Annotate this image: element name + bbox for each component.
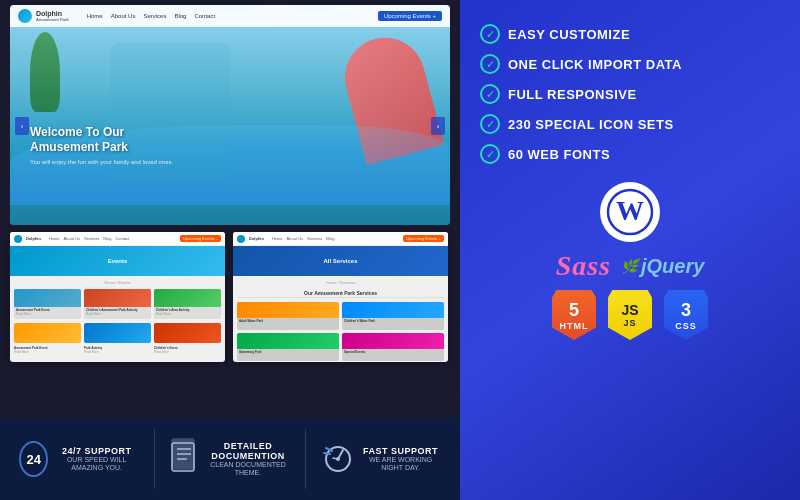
- wordpress-svg-icon: W: [604, 186, 656, 238]
- html-js-css-row: 5 HTML JS JS 3 CSS: [480, 290, 780, 340]
- services-section-title: Our Amusement Park Services: [237, 287, 444, 298]
- service-img-3: [237, 333, 339, 349]
- documentation-text: DETAILED DOCUMENTION CLEAN DOCUMENTED TH…: [206, 441, 290, 478]
- right-panel: ✓ EASY CUSTOMIZE ✓ ONE CLICK IMPORT DATA…: [460, 0, 800, 500]
- check-icon-2: ✓: [480, 54, 500, 74]
- service-card-4: Special Events: [342, 333, 444, 361]
- hero-image: Welcome To OurAmusement Park You will en…: [10, 27, 450, 225]
- feature-row-4: ✓ 230 SPECIAL ICON SETS: [480, 110, 780, 138]
- wordpress-logo: W: [600, 182, 660, 242]
- documentation-title: DETAILED DOCUMENTION: [206, 441, 290, 461]
- support-247-desc: OUR SPEED WILL AMAZING YOU.: [54, 456, 140, 473]
- check-icon-4: ✓: [480, 114, 500, 134]
- documentation-item: DETAILED DOCUMENTION CLEAN DOCUMENTED TH…: [170, 438, 290, 481]
- event-card-1: Amusement Park Event Read More: [14, 289, 81, 319]
- events-page-title: Events: [108, 258, 128, 264]
- services-breadcrumb: Home / Services: [237, 280, 444, 285]
- upcoming-events-button[interactable]: Upcoming Events +: [378, 11, 442, 21]
- hero-logo: Dolphin Amusement Park: [18, 9, 69, 23]
- event-label-2: Park ActivityRead More: [84, 346, 151, 354]
- events-mockup: Dolphin Home About Us Services Blog Cont…: [10, 232, 225, 362]
- events-logo-icon: [14, 235, 22, 243]
- css3-number: 3: [681, 300, 691, 321]
- tree-decoration: [30, 32, 60, 112]
- event-card-sub-2: Read More: [86, 312, 149, 316]
- services-upcoming-badge: Upcoming Events +: [403, 235, 444, 242]
- feature-row-3: ✓ FULL RESPONSIVE: [480, 80, 780, 108]
- events-content: Home / Events Amusement Park Event Read …: [10, 276, 225, 358]
- events-nav: Dolphin Home About Us Services Blog Cont…: [10, 232, 225, 246]
- css3-shield: 3 CSS: [664, 290, 708, 340]
- svg-text:W: W: [616, 195, 644, 226]
- service-title-4: Special Events: [342, 349, 444, 355]
- events-upcoming-badge: Upcoming Events +: [180, 235, 221, 242]
- feature-label-5: 60 WEB FONTS: [508, 147, 610, 162]
- events-extra-cards: [14, 323, 221, 343]
- hero-nav-links: Home About Us Services Blog Contact: [87, 13, 215, 19]
- event-card-text-1: Amusement Park Event Read More: [14, 307, 81, 319]
- tech-logos: W Sass 🌿 jQuery 5 HTML: [480, 182, 780, 340]
- feature-label-3: FULL RESPONSIVE: [508, 87, 637, 102]
- event-card-image-2: [84, 289, 151, 307]
- events-breadcrumb: Home / Events: [14, 280, 221, 285]
- css3-badge: 3 CSS: [664, 290, 708, 340]
- event-card-sub-1: Read More: [16, 312, 79, 316]
- events-nav-services: Services: [84, 236, 99, 241]
- service-img-2: [342, 302, 444, 318]
- child-mockups: Dolphin Home About Us Services Blog Cont…: [10, 232, 448, 362]
- hero-text-overlay: Welcome To OurAmusement Park You will en…: [30, 125, 173, 165]
- divider-1: [154, 429, 155, 489]
- features-list: ✓ EASY CUSTOMIZE ✓ ONE CLICK IMPORT DATA…: [480, 20, 780, 168]
- events-grid: Amusement Park Event Read More Children'…: [14, 289, 221, 319]
- wordpress-logo-row: W: [480, 182, 780, 242]
- nav-blog[interactable]: Blog: [174, 13, 186, 19]
- services-hero-mini: All Services: [233, 246, 448, 276]
- support-247-text: 24/7 SUPPORT OUR SPEED WILL AMAZING YOU.: [54, 446, 140, 473]
- event-card-text-3: Children's Area Activity Read More: [154, 307, 221, 319]
- service-title-3: Swimming Pool: [237, 349, 339, 355]
- divider-2: [305, 429, 306, 489]
- js-shield: JS JS: [608, 290, 652, 340]
- hero-prev-arrow[interactable]: ‹: [15, 117, 29, 135]
- sass-jquery-row: Sass 🌿 jQuery: [480, 250, 780, 282]
- service-card-1: Adult Water Park: [237, 302, 339, 330]
- jquery-text: jQuery: [641, 255, 704, 278]
- events-nav-about: About Us: [64, 236, 80, 241]
- fast-support-text: FAST SUPPORT WE ARE WORKING NIGHT DAY.: [361, 446, 441, 473]
- jquery-logo: 🌿 jQuery: [621, 255, 704, 278]
- documentation-desc: CLEAN DOCUMENTED THEME.: [206, 461, 290, 478]
- feature-label-4: 230 SPECIAL ICON SETS: [508, 117, 674, 132]
- support-247-icon: 24: [19, 441, 48, 477]
- service-card-2: Children's Water Park: [342, 302, 444, 330]
- sass-logo: Sass: [556, 250, 611, 282]
- nav-about[interactable]: About Us: [111, 13, 136, 19]
- hero-next-arrow[interactable]: ›: [431, 117, 445, 135]
- service-card-3: Swimming Pool: [237, 333, 339, 361]
- css3-label: CSS: [675, 321, 697, 331]
- service-img-1: [237, 302, 339, 318]
- services-page-title: All Services: [323, 258, 357, 264]
- html5-badge: 5 HTML: [552, 290, 596, 340]
- services-grid: Adult Water Park Children's Water Park S…: [237, 302, 444, 361]
- feature-label-2: ONE CLICK IMPORT DATA: [508, 57, 682, 72]
- services-logo-text: Dolphin: [249, 236, 264, 241]
- nav-services[interactable]: Services: [143, 13, 166, 19]
- fast-support-svg-icon: [321, 440, 355, 474]
- js-badge: JS JS: [608, 290, 652, 340]
- hero-mockup: Dolphin Amusement Park Home About Us Ser…: [10, 5, 450, 225]
- events-nav-home: Home: [49, 236, 60, 241]
- event-label-3: Children's EventRead More: [154, 346, 221, 354]
- hero-title: Welcome To OurAmusement Park: [30, 125, 173, 156]
- nav-home[interactable]: Home: [87, 13, 103, 19]
- services-mockup: Dolphin Home About Us Services Blog Upco…: [233, 232, 448, 362]
- left-panel: Dolphin Amusement Park Home About Us Ser…: [0, 0, 460, 500]
- feature-label-1: EASY CUSTOMIZE: [508, 27, 630, 42]
- events-nav-blog: Blog: [103, 236, 111, 241]
- events-nav-contact: Contact: [115, 236, 129, 241]
- fast-support-item: FAST SUPPORT WE ARE WORKING NIGHT DAY.: [321, 440, 441, 478]
- support-247-item: 24 24/7 SUPPORT OUR SPEED WILL AMAZING Y…: [19, 441, 139, 477]
- nav-contact[interactable]: Contact: [194, 13, 215, 19]
- doc-icon: [170, 438, 200, 481]
- html5-number: 5: [569, 300, 579, 321]
- svg-point-6: [336, 457, 340, 461]
